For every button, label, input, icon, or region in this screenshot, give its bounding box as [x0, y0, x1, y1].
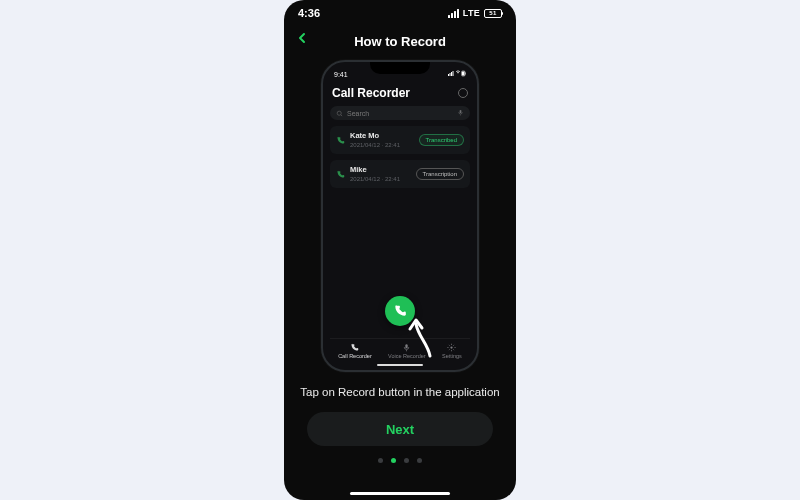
svg-point-11 [451, 346, 453, 348]
inner-home-indicator [377, 364, 423, 367]
call-name: Kate Mo [350, 132, 400, 140]
search-placeholder: Search [347, 110, 369, 117]
content: 9:41 Call Recorder Search Kate Mo [284, 56, 516, 482]
device-screen: 4:36 LTE 51 How to Record 9:41 Call Reco… [284, 0, 516, 500]
help-icon [458, 88, 468, 98]
call-icon [336, 131, 345, 149]
svg-rect-6 [465, 73, 466, 75]
nav-bar: How to Record [284, 26, 516, 56]
call-date: 2021/04/12 · 22:41 [350, 176, 400, 182]
next-button[interactable]: Next [307, 412, 493, 446]
page-dot[interactable] [417, 458, 422, 463]
tutorial-phone-illustration: 9:41 Call Recorder Search Kate Mo [321, 60, 479, 372]
svg-rect-1 [450, 73, 451, 76]
svg-rect-2 [451, 72, 452, 76]
svg-rect-3 [453, 71, 454, 76]
tab-voice-recorder: Voice Recorder [388, 343, 426, 359]
signal-icon [448, 9, 459, 18]
back-button[interactable] [294, 30, 310, 50]
tab-settings: Settings [442, 343, 462, 359]
phone-icon [393, 304, 407, 318]
call-name: Mike [350, 166, 400, 174]
svg-point-7 [337, 111, 341, 115]
status-badge: Transcribed [419, 134, 464, 146]
page-dot[interactable] [404, 458, 409, 463]
inner-tabbar: Call Recorder Voice Recorder Settings [330, 338, 470, 361]
svg-rect-9 [460, 110, 462, 113]
tab-label: Voice Recorder [388, 353, 426, 359]
call-row: Mike 2021/04/12 · 22:41 Transcription [330, 160, 470, 188]
inner-app-title: Call Recorder [332, 86, 410, 100]
tab-call-recorder: Call Recorder [338, 343, 372, 359]
svg-rect-0 [448, 74, 449, 76]
status-bar: 4:36 LTE 51 [284, 0, 516, 26]
record-button [385, 296, 415, 326]
inner-status-time: 9:41 [334, 71, 348, 78]
call-row: Kate Mo 2021/04/12 · 22:41 Transcribed [330, 126, 470, 154]
battery-icon: 51 [484, 9, 502, 18]
gear-icon [447, 343, 456, 352]
svg-rect-5 [462, 72, 465, 76]
instruction-text: Tap on Record button in the application [300, 386, 499, 398]
call-icon [336, 165, 345, 183]
status-time: 4:36 [298, 7, 320, 19]
svg-rect-10 [406, 344, 408, 348]
search-input: Search [330, 106, 470, 120]
call-texts: Mike 2021/04/12 · 22:41 [350, 166, 400, 182]
chevron-left-icon [294, 30, 310, 46]
call-texts: Kate Mo 2021/04/12 · 22:41 [350, 132, 400, 148]
status-badge: Transcription [416, 168, 464, 180]
page-dot[interactable] [378, 458, 383, 463]
page-dot[interactable] [391, 458, 396, 463]
svg-line-8 [341, 114, 342, 115]
status-right: LTE 51 [448, 8, 502, 18]
call-date: 2021/04/12 · 22:41 [350, 142, 400, 148]
notch [370, 62, 430, 74]
home-indicator[interactable] [350, 492, 450, 495]
phone-icon [350, 343, 359, 352]
inner-header: Call Recorder [330, 86, 470, 100]
inner-status-icons [448, 70, 466, 78]
tab-label: Settings [442, 353, 462, 359]
search-icon [336, 110, 343, 117]
page-title: How to Record [354, 34, 446, 49]
page-indicator [378, 458, 422, 463]
tab-label: Call Recorder [338, 353, 372, 359]
mic-icon [402, 343, 411, 352]
network-label: LTE [463, 8, 480, 18]
mic-icon [457, 109, 464, 117]
